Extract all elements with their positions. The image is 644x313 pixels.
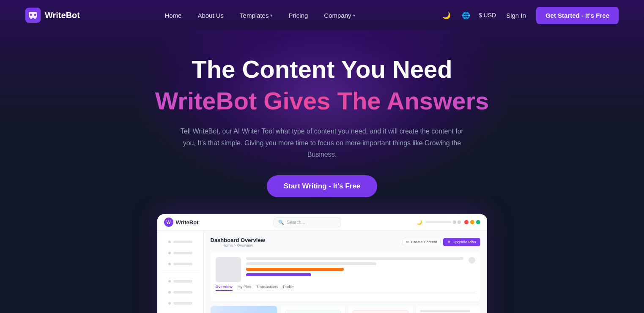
stat-card-2	[348, 306, 413, 313]
dashboard-action-buttons: ✏ Create Content ⬆ Upgrade Plan	[402, 238, 480, 246]
get-started-button[interactable]: Get Started - It's Free	[536, 7, 619, 24]
main-header: WriteBot Home About Us Templates ▾ Prici…	[0, 0, 644, 30]
sidebar-item	[163, 250, 197, 256]
upgrade-label: Upgrade Plan	[452, 240, 476, 244]
dash-moon-icon: 🌙	[417, 220, 422, 225]
window-maximize-circle	[476, 220, 480, 224]
dash-topbar-right: 🌙	[417, 220, 480, 225]
dashboard-inner: W WriteBot 🔍 Search... 🌙	[157, 214, 487, 313]
tab-transactions[interactable]: Transactions	[256, 285, 278, 291]
dashboard-breadcrumb: Home > Overview	[211, 243, 265, 248]
nav-company[interactable]: Company ▾	[317, 8, 362, 22]
tab-myplan[interactable]: My Plan	[238, 285, 252, 291]
header-right: 🌙 🌐 $ USD Sign In Get Started - It's Fre…	[440, 7, 619, 24]
templates-chevron-icon: ▾	[270, 13, 272, 18]
card-line-2	[246, 262, 376, 265]
illustration-card	[211, 306, 277, 313]
svg-rect-5	[34, 18, 36, 19]
content-card: Overview My Plan Transactions Profile	[211, 252, 480, 302]
tab-profile[interactable]: Profile	[283, 285, 294, 291]
dashboard-preview: W WriteBot 🔍 Search... 🌙	[157, 214, 487, 313]
currency-label: $ USD	[479, 12, 496, 19]
sign-in-button[interactable]: Sign In	[502, 8, 530, 22]
svg-point-3	[34, 14, 36, 16]
card-line-4	[246, 273, 311, 276]
card-action-icon	[469, 257, 475, 264]
sidebar-item	[163, 239, 197, 245]
sidebar-item	[163, 300, 197, 307]
dash-logo-text: WriteBot	[176, 219, 199, 226]
currency-selector[interactable]: $ USD	[479, 12, 496, 19]
window-close-circle	[464, 220, 469, 224]
card-line-3	[246, 268, 344, 271]
dashboard-main-header: Dashboard Overview Home > Overview ✏ Cre…	[211, 237, 480, 248]
hero-section: The Content You Need WriteBot Gives The …	[0, 30, 644, 313]
nav-about[interactable]: About Us	[191, 8, 230, 22]
nav-pricing[interactable]: Pricing	[282, 8, 315, 22]
dash-logo: W WriteBot	[164, 218, 199, 227]
card-image	[216, 257, 241, 282]
nav-home[interactable]: Home	[158, 8, 188, 22]
start-writing-button[interactable]: Start Writing - It's Free	[267, 175, 377, 197]
sidebar-item	[163, 261, 197, 267]
window-minimize-circle	[470, 220, 474, 224]
card-line-1	[246, 257, 463, 260]
svg-point-2	[30, 14, 32, 16]
upgrade-plan-button[interactable]: ⬆ Upgrade Plan	[443, 238, 480, 246]
create-content-label: Create Content	[411, 240, 437, 244]
dash-search-placeholder: Search...	[287, 220, 305, 225]
chart-lines	[420, 310, 476, 313]
dash-logo-icon: W	[164, 218, 173, 227]
dash-search-bar: 🔍 Search...	[274, 218, 341, 227]
stat-card-1	[281, 306, 345, 313]
main-nav: Home About Us Templates ▾ Pricing Compan…	[158, 8, 362, 22]
dashboard-tabs: Overview My Plan Transactions Profile	[216, 282, 475, 293]
language-selector[interactable]: 🌐	[459, 8, 473, 22]
stats-row	[211, 306, 480, 313]
chart-line	[420, 310, 471, 312]
company-chevron-icon: ▾	[353, 13, 355, 18]
logo-area[interactable]: WriteBot	[25, 8, 80, 23]
writebot-logo-icon	[25, 8, 41, 23]
sidebar-item	[163, 289, 197, 296]
card-info	[246, 257, 463, 282]
svg-rect-4	[30, 18, 32, 19]
dash-search-icon: 🔍	[278, 220, 284, 225]
dashboard-topbar: W WriteBot 🔍 Search... 🌙	[157, 214, 487, 231]
dark-mode-toggle[interactable]: 🌙	[440, 8, 453, 22]
dashboard-sidebar	[157, 231, 204, 313]
sidebar-item	[163, 311, 197, 313]
logo-text: WriteBot	[45, 11, 80, 20]
dashboard-body: Dashboard Overview Home > Overview ✏ Cre…	[157, 231, 487, 313]
create-content-icon: ✏	[406, 240, 409, 244]
nav-templates[interactable]: Templates ▾	[233, 8, 279, 22]
create-content-button[interactable]: ✏ Create Content	[402, 238, 441, 246]
hero-title-line1: The Content You Need	[8, 56, 636, 83]
tab-overview[interactable]: Overview	[216, 285, 233, 291]
sidebar-item	[163, 278, 197, 285]
hero-title-line2: WriteBot Gives The Answers	[8, 86, 636, 116]
card-inner	[216, 257, 475, 282]
dashboard-title-area: Dashboard Overview Home > Overview	[211, 237, 265, 248]
hero-description: Tell WriteBot, our AI Writer Tool what t…	[178, 125, 466, 160]
dashboard-main-content: Dashboard Overview Home > Overview ✏ Cre…	[204, 231, 487, 313]
upgrade-icon: ⬆	[447, 240, 451, 244]
dashboard-title: Dashboard Overview	[211, 237, 265, 243]
chart-card	[416, 306, 480, 313]
